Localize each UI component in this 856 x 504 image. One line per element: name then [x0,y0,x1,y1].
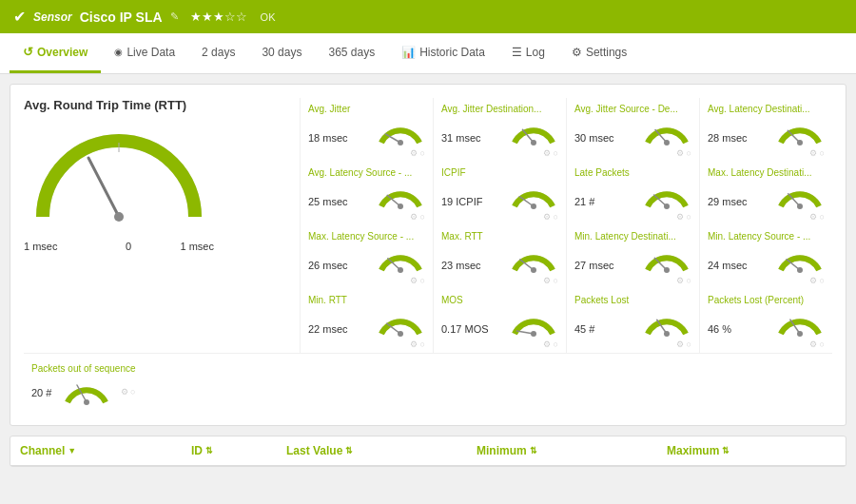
small-gauge-settings-6[interactable]: ⚙ ○ [676,212,691,222]
edit-icon[interactable]: ✎ [170,10,179,23]
svg-point-10 [797,140,803,145]
overview-icon: ↺ [23,45,33,59]
extra-gauge-cell: Packets out of sequence 20 # ⚙ ○ [24,359,144,412]
extra-gauge-settings-icon[interactable]: ⚙ ○ [121,387,136,397]
tab-historic[interactable]: 📊 Historic Data [388,34,498,73]
small-gauge-label-2[interactable]: Avg. Jitter Source - De... [574,104,691,114]
column-channel[interactable]: Channel ▼ [20,444,191,457]
small-gauge-cell-0: Avg. Jitter18 msec⚙ ○ [300,98,433,162]
tab-365days[interactable]: 365 days [315,34,388,73]
small-gauge-row-7: 29 msec⚙ ○ [708,180,825,222]
svg-point-12 [398,204,403,209]
small-gauge-settings-7[interactable]: ⚙ ○ [809,212,825,222]
small-gauge-settings-8[interactable]: ⚙ ○ [410,276,425,285]
gauges-grid: Avg. Round Trip Time (RTT) 1 msec 0 1 ms… [24,98,832,353]
small-gauge-row-15: 46 %⚙ ○ [708,307,825,349]
small-gauge-settings-4[interactable]: ⚙ ○ [410,212,425,222]
tab-log[interactable]: ☰ Log [498,34,558,73]
small-gauge-value-0: 18 msec [308,132,348,144]
small-gauge-label-5[interactable]: ICPIF [441,167,558,178]
column-maximum[interactable]: Maximum ⇅ [667,444,856,457]
log-icon: ☰ [512,46,522,59]
small-gauge-row-12: 22 msec⚙ ○ [308,307,425,349]
column-minimum[interactable]: Minimum ⇅ [477,444,667,457]
svg-point-32 [664,331,670,337]
sort-maximum-icon[interactable]: ⇅ [722,446,730,456]
small-gauge-label-0[interactable]: Avg. Jitter [308,104,425,114]
small-gauge-label-8[interactable]: Max. Latency Source - ... [308,231,425,242]
small-gauge-settings-2[interactable]: ⚙ ○ [676,148,691,158]
small-gauge-svg-15 [775,307,825,339]
small-gauge-label-9[interactable]: Max. RTT [441,231,558,242]
small-gauge-cell-2: Avg. Jitter Source - De...30 msec⚙ ○ [566,98,699,162]
star-rating[interactable]: ★★★☆☆ [190,10,247,24]
small-gauge-label-3[interactable]: Avg. Latency Destinati... [708,104,825,114]
small-gauge-label-14[interactable]: Packets Lost [574,295,691,305]
bottom-table: Channel ▼ ID ⇅ Last Value ⇅ Minimum ⇅ Ma… [10,436,846,467]
small-gauge-value-14: 45 # [574,323,594,335]
sort-id-icon[interactable]: ⇅ [205,446,213,456]
tab-2days[interactable]: 2 days [188,34,248,73]
overview-panel: Avg. Round Trip Time (RTT) 1 msec 0 1 ms… [10,85,846,425]
tab-overview[interactable]: ↺ Overview [10,33,101,73]
sort-last-value-icon[interactable]: ⇅ [345,446,353,456]
small-gauge-settings-5[interactable]: ⚙ ○ [543,212,558,222]
small-gauge-settings-1[interactable]: ⚙ ○ [543,148,558,158]
big-gauge-container: Avg. Round Trip Time (RTT) 1 msec 0 1 ms… [24,98,300,353]
svg-point-14 [531,204,536,209]
small-gauge-label-1[interactable]: Avg. Jitter Destination... [441,104,558,114]
small-gauge-svg-10 [642,243,691,276]
sensor-label: Sensor [33,10,72,24]
svg-line-0 [88,158,119,217]
tab-30days[interactable]: 30 days [248,34,315,73]
small-gauge-svg-14 [642,307,691,339]
small-gauge-settings-11[interactable]: ⚙ ○ [809,276,825,285]
column-last-value[interactable]: Last Value ⇅ [286,444,477,457]
small-gauge-settings-9[interactable]: ⚙ ○ [543,276,558,285]
small-gauge-label-10[interactable]: Min. Latency Destinati... [574,231,691,242]
svg-point-8 [664,140,670,145]
small-gauge-cell-11: Min. Latency Source - ...24 msec⚙ ○ [699,225,832,289]
column-id[interactable]: ID ⇅ [191,444,286,457]
nav-tabs: ↺ Overview ◉ Live Data 2 days 30 days 36… [0,33,856,74]
small-gauge-settings-12[interactable]: ⚙ ○ [410,339,425,349]
small-gauge-settings-13[interactable]: ⚙ ○ [543,339,558,349]
small-gauge-value-1: 31 msec [441,132,481,144]
extra-gauge-label[interactable]: Packets out of sequence [31,363,136,374]
small-gauge-svg-7 [775,180,825,212]
small-gauge-label-11[interactable]: Min. Latency Source - ... [708,231,825,242]
small-gauge-label-15[interactable]: Packets Lost (Percent) [708,295,825,305]
small-gauge-settings-14[interactable]: ⚙ ○ [676,339,691,349]
page-title: Cisco IP SLA [80,10,163,25]
small-gauge-row-13: 0.17 MOS⚙ ○ [441,307,558,349]
small-gauge-value-11: 24 msec [708,260,748,271]
sort-minimum-icon[interactable]: ⇅ [530,446,537,456]
small-gauge-cell-7: Max. Latency Destinati...29 msec⚙ ○ [699,162,832,225]
svg-point-1 [114,212,124,222]
small-gauge-settings-10[interactable]: ⚙ ○ [676,276,691,285]
small-gauge-svg-5 [509,180,558,212]
small-gauge-label-13[interactable]: MOS [441,295,558,305]
small-gauge-label-12[interactable]: Min. RTT [308,295,425,305]
small-gauge-svg-12 [376,307,425,339]
small-gauge-label-6[interactable]: Late Packets [574,167,691,178]
small-gauge-label-7[interactable]: Max. Latency Destinati... [708,167,825,178]
tab-live-data[interactable]: ◉ Live Data [101,34,188,73]
small-gauge-row-11: 24 msec⚙ ○ [708,243,825,285]
small-gauge-row-8: 26 msec⚙ ○ [308,243,425,285]
small-gauge-cell-5: ICPIF19 ICPIF⚙ ○ [433,162,566,225]
small-gauge-cell-1: Avg. Jitter Destination...31 msec⚙ ○ [433,98,566,162]
small-gauge-svg-9 [509,243,558,276]
svg-point-18 [797,204,803,209]
small-gauge-settings-3[interactable]: ⚙ ○ [809,148,825,158]
small-gauge-settings-0[interactable]: ⚙ ○ [410,148,425,158]
big-gauge-labels: 1 msec 0 1 msec [24,241,214,252]
svg-point-20 [398,267,403,273]
svg-point-22 [531,267,536,273]
small-gauge-settings-15[interactable]: ⚙ ○ [809,339,825,349]
small-gauge-svg-2 [642,116,691,148]
small-gauge-label-4[interactable]: Avg. Latency Source - ... [308,167,425,178]
tab-settings[interactable]: ⚙ Settings [558,34,640,73]
sort-channel-icon[interactable]: ▼ [68,446,76,456]
svg-point-26 [797,267,803,273]
